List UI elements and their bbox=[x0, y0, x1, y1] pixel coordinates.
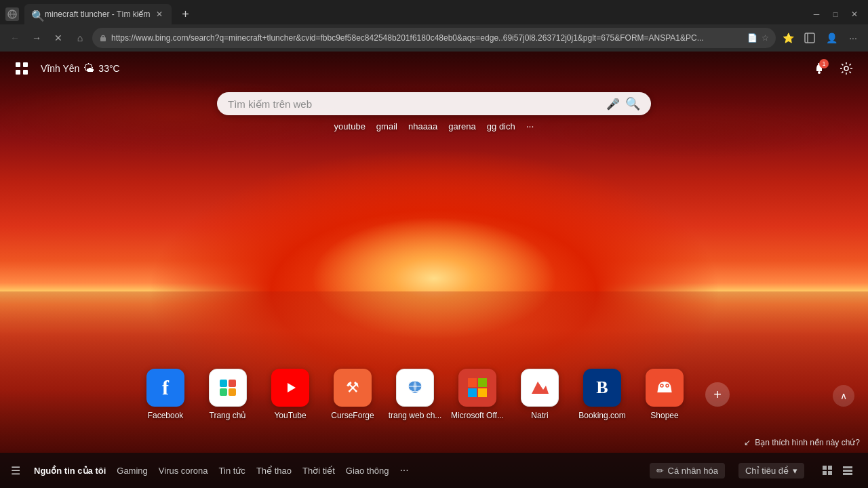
quicklink-trangwebch[interactable]: trang web ch... bbox=[388, 369, 442, 420]
back-button[interactable]: ← bbox=[5, 28, 24, 47]
profile-button[interactable]: 👤 bbox=[822, 28, 841, 47]
wallpaper-prompt[interactable]: ↙ Bạn thích hình nền này chứ? bbox=[744, 438, 860, 447]
natri-label: Natri bbox=[531, 411, 548, 420]
temperature-label: 33°C bbox=[98, 63, 119, 74]
maximize-button[interactable]: □ bbox=[827, 6, 844, 22]
suggestion-gg-dich[interactable]: gg dich bbox=[487, 121, 515, 131]
refresh-button[interactable]: ✕ bbox=[49, 28, 68, 47]
svg-rect-24 bbox=[478, 388, 487, 397]
add-quicklink-button[interactable]: + bbox=[705, 382, 730, 407]
more-suggestions-button[interactable]: ··· bbox=[526, 121, 534, 131]
list-view-button[interactable] bbox=[838, 461, 857, 480]
trangwebch-label: trang web ch... bbox=[389, 411, 442, 420]
browser-icon bbox=[5, 7, 19, 21]
hamburger-button[interactable]: ☰ bbox=[11, 464, 20, 477]
svg-rect-6 bbox=[23, 62, 28, 67]
notification-button[interactable]: 1 bbox=[808, 58, 830, 79]
svg-rect-33 bbox=[828, 471, 832, 475]
apps-grid-button[interactable] bbox=[11, 58, 33, 79]
facebook-icon: f bbox=[146, 369, 184, 407]
close-button[interactable]: ✕ bbox=[846, 6, 863, 22]
nav-viruscorona[interactable]: Virus corona bbox=[159, 466, 208, 476]
forward-button[interactable]: → bbox=[27, 28, 46, 47]
quicklink-trangchu[interactable]: Trang chủ bbox=[201, 369, 255, 420]
svg-rect-27 bbox=[657, 392, 672, 394]
svg-rect-34 bbox=[843, 466, 852, 468]
collections-button[interactable]: ⭐ bbox=[778, 28, 797, 47]
suggestion-nhaaaa[interactable]: nhaaaa bbox=[408, 121, 437, 131]
top-bar-right: 1 bbox=[808, 58, 857, 79]
svg-rect-3 bbox=[805, 33, 814, 43]
svg-rect-35 bbox=[843, 470, 852, 472]
bottom-bar: ☰ Nguồn tin của tôi Gaming Virus corona … bbox=[0, 453, 868, 488]
view-toggle bbox=[818, 461, 857, 480]
lock-icon bbox=[99, 34, 107, 42]
search-box: 🎤 🔍 bbox=[217, 92, 651, 115]
favorites-icon[interactable]: ☆ bbox=[762, 33, 769, 43]
url-input[interactable] bbox=[111, 33, 743, 43]
svg-rect-8 bbox=[23, 70, 28, 75]
trangchu-icon bbox=[209, 369, 247, 407]
suggestion-youtube[interactable]: youtube bbox=[334, 121, 366, 131]
more-nav-button[interactable]: ··· bbox=[399, 464, 408, 476]
scroll-up-button[interactable]: ∧ bbox=[833, 385, 854, 407]
location-info: Vĩnh Yên 🌤 33°C bbox=[41, 62, 120, 75]
tab-close-button[interactable]: ✕ bbox=[154, 9, 165, 20]
browser-chrome: 🔍 minecraft tluncher - Tìm kiếm ✕ + ─ □ … bbox=[0, 0, 868, 52]
nav-nguontincuatoi[interactable]: Nguồn tin của tôi bbox=[34, 466, 106, 476]
svg-rect-5 bbox=[16, 62, 20, 67]
sidebar-button[interactable] bbox=[800, 28, 819, 47]
tab-title: minecraft tluncher - Tìm kiếm bbox=[45, 9, 150, 19]
quicklink-booking[interactable]: B Booking.com bbox=[575, 369, 629, 420]
mic-button[interactable]: 🎤 bbox=[606, 98, 620, 110]
quicklink-shopee[interactable]: Shopee bbox=[637, 369, 692, 420]
svg-rect-21 bbox=[468, 378, 477, 387]
search-suggestions: youtube gmail nhaaaa garena gg dich ··· bbox=[217, 121, 651, 131]
suggestion-garena[interactable]: garena bbox=[448, 121, 475, 131]
svg-rect-22 bbox=[478, 378, 487, 387]
quick-links: f Facebook Trang chủ bbox=[138, 369, 730, 420]
svg-rect-36 bbox=[843, 473, 852, 475]
tab-bar: 🔍 minecraft tluncher - Tìm kiếm ✕ + ─ □ … bbox=[0, 0, 868, 24]
chi-tieu-de-dropdown[interactable]: Chỉ tiêu đề ▾ bbox=[738, 463, 804, 479]
shopee-icon bbox=[646, 369, 684, 407]
suggestion-gmail[interactable]: gmail bbox=[376, 121, 397, 131]
personalize-label: Cá nhân hóa bbox=[668, 466, 718, 476]
search-area: 🎤 🔍 youtube gmail nhaaaa garena gg dich … bbox=[217, 92, 651, 131]
trangwebch-icon bbox=[396, 369, 434, 407]
tab-favicon: 🔍 bbox=[31, 9, 41, 19]
svg-marker-17 bbox=[288, 383, 296, 392]
quicklink-facebook[interactable]: f Facebook bbox=[138, 369, 193, 420]
svg-rect-7 bbox=[16, 70, 20, 75]
main-content: Vĩnh Yên 🌤 33°C 1 bbox=[0, 52, 868, 488]
svg-rect-30 bbox=[823, 466, 827, 470]
grid-view-button[interactable] bbox=[818, 461, 837, 480]
top-bar-left: Vĩnh Yên 🌤 33°C bbox=[11, 58, 120, 79]
personalize-button[interactable]: ✏ Cá nhân hóa bbox=[650, 463, 725, 479]
active-tab[interactable]: 🔍 minecraft tluncher - Tìm kiếm ✕ bbox=[24, 4, 172, 24]
quicklink-microsoft[interactable]: Microsoft Off... bbox=[450, 369, 505, 420]
top-bar: Vĩnh Yên 🌤 33°C 1 bbox=[0, 52, 868, 85]
microsoft-icon bbox=[458, 369, 496, 407]
new-tab-button[interactable]: + bbox=[177, 6, 193, 22]
nav-thethao[interactable]: Thể thao bbox=[256, 466, 292, 476]
shopee-label: Shopee bbox=[650, 411, 678, 420]
dropdown-chevron: ▾ bbox=[793, 466, 797, 476]
settings-button[interactable] bbox=[835, 58, 857, 79]
nav-thoitiet[interactable]: Thời tiết bbox=[302, 466, 335, 476]
home-button[interactable]: ⌂ bbox=[71, 28, 90, 47]
search-input[interactable] bbox=[228, 98, 601, 110]
quicklink-curseforge[interactable]: ⚒ CurseForge bbox=[326, 369, 380, 420]
svg-rect-31 bbox=[828, 466, 832, 470]
svg-rect-13 bbox=[220, 380, 227, 387]
quicklink-natri[interactable]: Natri bbox=[513, 369, 567, 420]
nav-tintuc[interactable]: Tin tức bbox=[219, 466, 245, 476]
nav-gaming[interactable]: Gaming bbox=[117, 466, 148, 476]
search-button[interactable]: 🔍 bbox=[625, 96, 640, 111]
minimize-button[interactable]: ─ bbox=[808, 6, 825, 22]
quicklink-youtube[interactable]: YouTube bbox=[263, 369, 317, 420]
address-bar[interactable]: 📄 ☆ bbox=[92, 28, 776, 48]
more-button[interactable]: ··· bbox=[844, 28, 863, 47]
reader-icon[interactable]: 📄 bbox=[747, 33, 757, 43]
nav-giaothong[interactable]: Giao thông bbox=[346, 466, 389, 476]
